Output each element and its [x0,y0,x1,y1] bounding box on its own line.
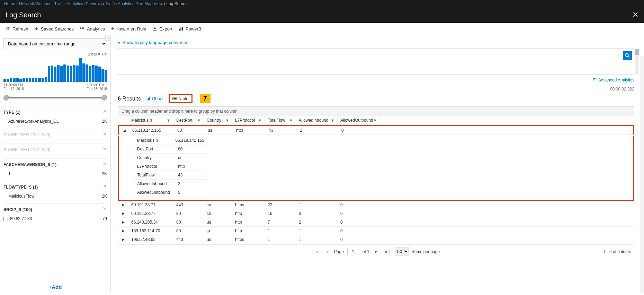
table-cell: 1 [296,227,338,235]
facet-item[interactable]: AzureNetworkAnalytics_CL2K [3,118,107,125]
facet-close-icon[interactable]: ✕ [103,161,107,166]
facet-close-icon[interactable]: ✕ [103,183,107,189]
facet-type: ✕ TYPE (1) AzureNetworkAnalytics_CL2K [3,106,107,129]
filter-icon[interactable]: ▼ [225,118,229,122]
sidebar-collapse-button[interactable]: ‹ [105,35,111,41]
svg-rect-25 [173,99,177,100]
advanced-analytics-link[interactable]: Advanced Analytics [593,78,634,83]
detail-value: 2 [175,180,183,188]
table-cell: 80 [173,227,204,235]
table-cell: 139.162.114.70 [128,227,173,235]
time-range-select[interactable]: Data based on custom time range [3,38,107,49]
query-input-box[interactable] [118,49,634,75]
expand-toggle[interactable]: ◢ [119,127,129,134]
close-icon[interactable]: ✕ [632,10,638,19]
col-header[interactable]: AllowedOutbound▼ [338,116,380,125]
detail-key: DestPort [134,145,175,153]
new-alert-button[interactable]: + New Alert Rule [111,26,146,32]
facet-close-icon[interactable]: ✕ [103,109,107,114]
pager-total-label: 1 - 6 of 6 items [603,249,631,254]
table-row[interactable]: ▶60.191.38.77443cnhttps2210 [118,201,634,209]
detail-value: 0 [175,188,183,197]
expand-toggle[interactable]: ▶ [118,210,128,217]
table-cell: 22 [265,201,296,209]
facet-close-icon[interactable]: ✕ [103,131,107,137]
expand-toggle[interactable]: ▶ [118,227,128,234]
analytics-button[interactable]: Analytics [80,26,105,32]
col-header[interactable]: Country▼ [204,116,232,125]
facet-checkbox[interactable] [3,217,8,221]
table-cell: us [204,218,232,226]
table-cell: http [232,218,265,226]
filter-icon[interactable]: ▼ [331,118,334,122]
pager-page-input[interactable] [347,248,359,255]
table-cell: 66.118.142.165 [129,126,175,135]
table-row[interactable]: ◢66.118.142.16580ushttp4320 [118,125,634,135]
breadcrumb-current: Log Search [166,1,187,6]
chart-view-button[interactable]: Chart [146,96,163,101]
run-search-button[interactable] [623,51,632,60]
filter-icon[interactable]: ▼ [167,118,170,122]
slider-handle-right[interactable] [101,95,107,101]
results-grid: Drag a column header and drop it here to… [118,106,634,244]
legacy-converter-link[interactable]: » Show legacy language converter [118,40,641,45]
expand-toggle[interactable]: ▶ [118,201,128,208]
powerbi-button[interactable]: PowerBI [179,26,203,32]
content-scrollbar[interactable] [640,56,644,293]
filter-icon[interactable]: ▼ [197,118,201,122]
main-area: ‹ Data based on custom time range 1 bar … [0,35,644,293]
breadcrumb-home[interactable]: Home [4,1,15,6]
breadcrumb-network-watcher[interactable]: Network Watcher - Traffic Analytics (Pre… [19,1,102,6]
table-cell: 196.52.43.65 [128,235,173,244]
filter-icon[interactable]: ▼ [373,118,377,122]
facet-close-icon[interactable]: ✕ [103,146,107,151]
query-scrollbar[interactable] [635,49,639,75]
table-view-button[interactable]: Table [169,94,193,103]
facet-item[interactable]: 12K [3,170,107,177]
refresh-button[interactable]: Refresh [6,26,28,32]
list-icon [172,97,177,101]
table-cell: 1 [265,235,296,244]
facet-close-icon[interactable]: ✕ [103,206,107,211]
pager-next-button[interactable]: ► [373,249,380,254]
table-row[interactable]: ▶139.162.114.7080jphttp110 [118,227,634,235]
table-cell: 80 [175,126,205,135]
slider-handle-left[interactable] [3,95,9,101]
pager-page-label: Page [334,249,344,254]
svg-rect-1 [82,27,83,28]
table-cell: 16 [265,209,296,218]
add-facet-button[interactable]: +Add [0,281,110,293]
pager-prev-button[interactable]: ◄ [324,249,331,254]
pager-size-select[interactable]: 50 [395,248,409,255]
table-cell: http [233,126,266,135]
svg-rect-0 [80,27,81,28]
export-button[interactable]: Export [152,26,172,32]
filter-icon[interactable]: ▼ [289,118,293,122]
time-range-slider[interactable] [3,94,107,101]
table-row[interactable]: ▶60.191.38.7780cnhttp1630 [118,209,634,218]
row-detail-panel: MaliciousIp66.118.142.165DestPort80Count… [134,136,207,197]
sidebar: ‹ Data based on custom time range 1 bar … [0,35,111,293]
table-header-row: MaliciousIp▼ DestPort▼ Country▼ L7Protoc… [118,116,634,125]
table-row[interactable]: ▶196.52.43.65443ushttps110 [118,235,634,244]
expand-toggle[interactable]: ▶ [118,236,128,243]
group-drop-hint[interactable]: Drag a column header and drop it here to… [118,107,634,116]
filter-icon[interactable]: ▼ [258,118,262,122]
table-row[interactable]: ▶66.240.205.3480ushttp720 [118,218,634,227]
pager-last-button[interactable]: ►| [383,249,391,254]
col-header[interactable]: DestPort▼ [173,116,204,125]
saved-searches-button[interactable]: ★ Saved Searches [35,26,74,32]
col-header[interactable]: L7Protocol▼ [232,116,265,125]
pager-first-button[interactable]: |◄ [312,249,320,254]
col-header[interactable]: TotalFlow▼ [265,116,296,125]
facet-item[interactable]: 80.82.77.3379 [3,215,107,223]
facet-item[interactable]: MaliciousFlow2K [3,192,107,200]
sidebar-histogram[interactable] [3,58,107,82]
saved-label: Saved Searches [41,26,74,32]
svg-rect-19 [149,97,150,100]
col-header[interactable]: AllowedInbound▼ [296,116,338,125]
expand-toggle[interactable]: ▶ [118,219,128,226]
breadcrumb-geo-map[interactable]: Traffic Analytics Geo Map View [106,1,163,6]
table-cell: 0 [338,209,380,218]
col-header[interactable]: MaliciousIp▼ [128,116,173,125]
